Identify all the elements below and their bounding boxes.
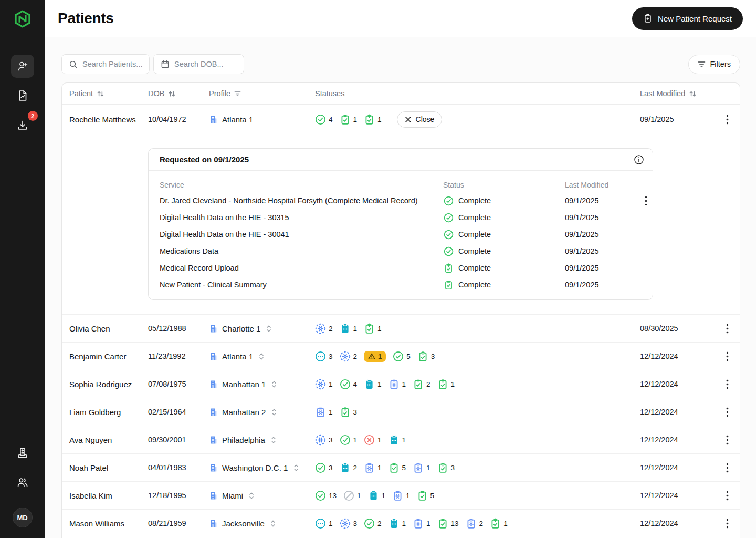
gear-dashed-icon: [315, 323, 326, 334]
status-count: 13: [451, 520, 459, 527]
clipboard-gear-icon: [392, 490, 403, 501]
sort-icon[interactable]: [168, 90, 176, 98]
status-count: 1: [377, 325, 382, 333]
column-header-profile[interactable]: Profile: [209, 89, 315, 98]
circle-slash-icon: [343, 490, 354, 501]
service-last-modified: 09/1/2025: [565, 247, 638, 255]
row-menu-button[interactable]: [715, 405, 740, 419]
top-header: Patients New Patient Request: [45, 0, 756, 37]
toolbar: Filters: [61, 54, 740, 74]
table-row[interactable]: Benjamin Carter 11/23/1992 Atlanta 1 321…: [62, 343, 740, 370]
status-count: 3: [353, 408, 358, 416]
sort-icon[interactable]: [689, 90, 697, 98]
profile-cell: Philadelphia: [209, 436, 315, 444]
patient-dob: 05/12/1988: [148, 324, 209, 333]
profile-cell: Washington D.C. 1: [209, 463, 315, 472]
request-panel-header: Requested on 09/1/2025: [149, 149, 653, 171]
status-count: 3: [329, 464, 333, 472]
status-count: 1: [377, 116, 382, 123]
profile-cell: Jacksonville: [209, 519, 315, 528]
table-body: Rochelle Matthews 10/04/1972 Atlanta 1 4…: [62, 105, 740, 538]
service-name: Dr. Jared Cleveland - Northside Hospital…: [160, 196, 443, 205]
search-patients-input[interactable]: [82, 60, 144, 68]
new-patient-request-button[interactable]: New Patient Request: [632, 7, 743, 30]
user-avatar[interactable]: MD: [13, 508, 33, 527]
table-row[interactable]: Sophia Rodriguez 07/08/1975 Manhattan 1 …: [62, 370, 740, 398]
gear-dashed-icon: [340, 518, 351, 529]
row-menu-button[interactable]: [715, 516, 740, 531]
column-header-dob[interactable]: DOB: [148, 89, 209, 98]
last-modified: 08/30/2025: [640, 324, 715, 333]
status-chip: 1: [364, 434, 382, 446]
profile-selector-icon[interactable]: [271, 408, 277, 416]
patient-row: Liam Goldberg 02/15/1964 Manhattan 2 13 …: [62, 398, 740, 426]
search-dob-input[interactable]: [174, 60, 238, 68]
circle-check-icon: [315, 490, 326, 501]
patient-name: Noah Patel: [69, 463, 148, 472]
statuses-cell: 411Close: [315, 111, 640, 128]
table-row[interactable]: Noah Patel 04/01/1983 Washington D.C. 1 …: [62, 454, 740, 481]
profile-selector-icon[interactable]: [266, 325, 272, 333]
status-count: 1: [329, 408, 333, 416]
search-dob-box[interactable]: [153, 54, 244, 74]
patient-row: Mason Williams 08/21/1959 Jacksonville 1…: [62, 510, 740, 537]
sort-icon[interactable]: [97, 90, 104, 98]
profile-selector-icon[interactable]: [248, 492, 255, 500]
profile-selector-icon[interactable]: [271, 380, 277, 388]
row-menu-button[interactable]: [715, 349, 740, 364]
patient-name: Olivia Chen: [69, 324, 148, 333]
notification-badge: 2: [28, 111, 38, 121]
table-row[interactable]: Mason Williams 08/21/1959 Jacksonville 1…: [62, 510, 740, 537]
service-menu-button[interactable]: [638, 194, 654, 208]
hospital-icon: [16, 447, 29, 459]
table-row[interactable]: Isabella Kim 12/18/1995 Miami 131115 12/…: [62, 482, 740, 509]
row-menu-button[interactable]: [715, 377, 740, 391]
clipboard-dots-icon: [388, 434, 400, 446]
building-icon: [209, 352, 218, 361]
search-patients-box[interactable]: [61, 54, 150, 74]
app-logo-icon[interactable]: [12, 8, 33, 29]
status-chip: 3: [315, 351, 333, 362]
status-chip: 2: [466, 518, 484, 529]
sidebar-item-reports[interactable]: [11, 84, 34, 107]
status-count: 1: [402, 380, 406, 388]
column-header-patient[interactable]: Patient: [69, 89, 148, 98]
status-count: 3: [353, 520, 358, 527]
row-menu-button[interactable]: [715, 489, 740, 503]
sidebar-nav: 2: [11, 55, 34, 143]
patient-row-expanded: Rochelle Matthews 10/04/1972 Atlanta 1 4…: [62, 105, 740, 315]
building-icon: [209, 463, 218, 472]
column-header-last-modified[interactable]: Last Modified: [640, 89, 715, 98]
table-row[interactable]: Rochelle Matthews 10/04/1972 Atlanta 1 4…: [62, 105, 740, 134]
close-expanded-button[interactable]: Close: [397, 111, 443, 128]
filters-button[interactable]: Filters: [688, 55, 740, 74]
status-chip: 1: [413, 518, 430, 529]
sidebar-item-downloads[interactable]: 2: [11, 113, 34, 137]
gear-dashed-icon: [315, 379, 326, 390]
table-row[interactable]: Olivia Chen 05/12/1988 Charlotte 1 211 0…: [62, 315, 740, 342]
filter-icon[interactable]: [234, 91, 241, 97]
table-row[interactable]: Liam Goldberg 02/15/1964 Manhattan 2 13 …: [62, 398, 740, 426]
patient-name: Benjamin Carter: [69, 352, 148, 361]
status-chip: 1: [340, 323, 358, 334]
sidebar-item-add-patient[interactable]: [11, 55, 34, 78]
row-menu-button[interactable]: [715, 112, 740, 127]
sidebar-item-facility[interactable]: [11, 441, 34, 464]
table-row[interactable]: Ava Nguyen 09/30/2001 Philadelphia 3111 …: [62, 426, 740, 453]
status-count: 2: [426, 380, 430, 388]
info-icon[interactable]: [633, 153, 645, 166]
status-count: 1: [329, 380, 333, 388]
profile-selector-icon[interactable]: [270, 436, 277, 444]
profile-name: Jacksonville: [222, 519, 265, 528]
request-panel: Requested on 09/1/2025 Service Status La…: [148, 148, 653, 300]
statuses-cell: 13: [315, 407, 640, 418]
row-menu-button[interactable]: [715, 322, 740, 336]
statuses-cell: 32153: [315, 351, 640, 362]
row-menu-button[interactable]: [715, 461, 740, 475]
profile-selector-icon[interactable]: [270, 520, 276, 527]
profile-selector-icon[interactable]: [293, 464, 299, 472]
profile-selector-icon[interactable]: [258, 353, 265, 360]
row-menu-button[interactable]: [715, 433, 740, 447]
sidebar-item-team[interactable]: [11, 471, 34, 494]
clipboard-up-icon: [444, 263, 454, 273]
